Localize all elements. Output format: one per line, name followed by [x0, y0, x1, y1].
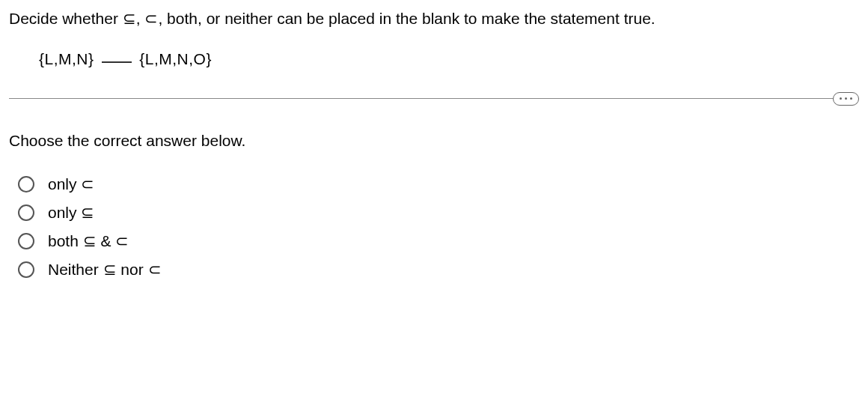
- radio-button[interactable]: [18, 261, 34, 278]
- statement-right: {L,M,N,O}: [139, 50, 212, 67]
- instruction-text: Choose the correct answer below.: [9, 132, 859, 150]
- ellipsis-icon: [840, 97, 842, 100]
- ellipsis-icon: [850, 97, 852, 100]
- option-row: only ⊆: [18, 204, 859, 222]
- option-row: both ⊆ & ⊂: [18, 232, 859, 250]
- option-row: only ⊂: [18, 175, 859, 193]
- divider-wrap: [9, 98, 859, 99]
- options-group: only ⊂ only ⊆ both ⊆ & ⊂ Neither ⊆ nor ⊂: [9, 175, 859, 279]
- question-text: Decide whether ⊆, ⊂, both, or neither ca…: [9, 7, 859, 29]
- ellipsis-icon: [845, 97, 847, 100]
- radio-button[interactable]: [18, 204, 34, 221]
- option-label: both ⊆ & ⊂: [48, 232, 129, 250]
- option-label: Neither ⊆ nor ⊂: [48, 261, 162, 279]
- more-button[interactable]: [833, 92, 859, 106]
- set-statement: {L,M,N} {L,M,N,O}: [9, 50, 859, 68]
- option-label: only ⊆: [48, 204, 94, 222]
- option-row: Neither ⊆ nor ⊂: [18, 261, 859, 279]
- radio-button[interactable]: [18, 176, 34, 193]
- divider: [9, 98, 859, 99]
- statement-left: {L,M,N}: [39, 50, 94, 67]
- option-label: only ⊂: [48, 175, 94, 193]
- blank-slot: [102, 61, 132, 63]
- radio-button[interactable]: [18, 233, 34, 249]
